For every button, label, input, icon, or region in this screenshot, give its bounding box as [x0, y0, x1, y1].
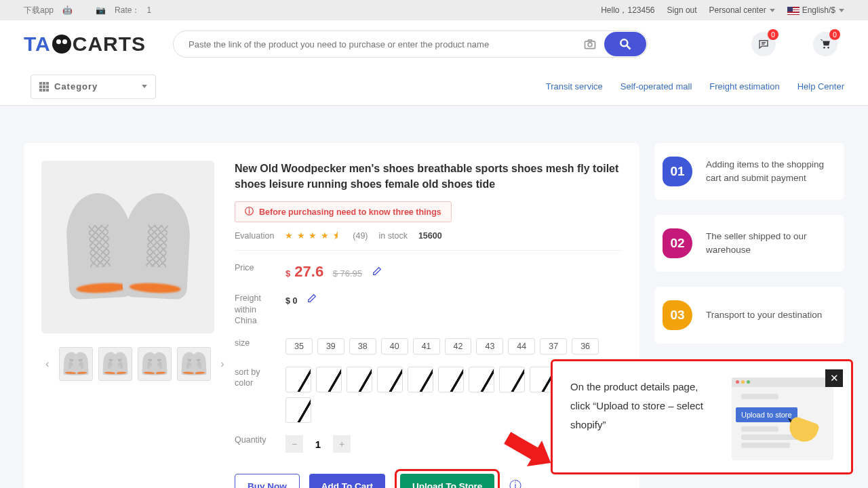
thumb[interactable] [59, 347, 93, 381]
size-chip[interactable]: 36 [572, 338, 599, 354]
upload-help-icon[interactable]: ⓘ [509, 478, 521, 488]
qty-decrement[interactable]: − [285, 435, 303, 453]
logo[interactable]: TACARTS [24, 33, 146, 56]
size-chip[interactable]: 37 [540, 338, 567, 354]
cart-badge: 0 [829, 29, 840, 40]
price-label: Price [235, 263, 279, 272]
search-input[interactable] [173, 30, 648, 58]
cart-button[interactable]: 0 [813, 32, 837, 56]
size-chip[interactable]: 44 [508, 338, 535, 354]
info-icon: ⓘ [245, 206, 254, 218]
thumb[interactable] [138, 347, 172, 381]
size-chip[interactable]: 39 [317, 338, 344, 354]
quantity-label: Quantity [235, 435, 279, 445]
step-3: 03 Transport to your destination [654, 287, 844, 344]
freight-label: Freight within China [235, 293, 279, 326]
size-chip[interactable]: 40 [381, 338, 408, 354]
freight-value: 0 [292, 296, 297, 306]
step-number: 01 [663, 157, 692, 186]
svg-point-2 [620, 39, 627, 46]
color-swatch[interactable] [347, 367, 372, 392]
color-swatch[interactable] [499, 367, 525, 392]
product-card: ‹ › New Old Woodpecker men's shoes breat… [24, 143, 639, 488]
search-button[interactable] [604, 32, 646, 56]
image-search-icon[interactable] [583, 37, 597, 51]
callout-text: On the product details page, click “Uplo… [570, 378, 717, 434]
color-label: sort by color [235, 367, 279, 389]
nav-link-transit[interactable]: Transit service [546, 81, 603, 92]
signout-link[interactable]: Sign out [667, 5, 697, 15]
price-now: 27.6 [294, 263, 323, 280]
thumb-next[interactable]: › [216, 358, 229, 370]
stars-icon: ★ ★ ★ ★ ⯨ [285, 230, 342, 241]
svg-point-1 [588, 43, 592, 47]
callout-illustration: Upload to store [732, 378, 833, 460]
size-chip[interactable]: 38 [349, 338, 376, 354]
user-name: 123456 [627, 5, 654, 15]
category-dropdown[interactable]: Category [31, 75, 156, 99]
header: TACARTS 0 0 [0, 20, 868, 68]
step-number: 03 [663, 300, 692, 330]
qty-input[interactable] [303, 435, 333, 453]
callout-upload-button: Upload to store [736, 407, 797, 422]
edit-freight-icon[interactable] [307, 293, 317, 304]
step-text: The seller shipped to our warehouse [706, 230, 829, 256]
thumb[interactable] [98, 347, 132, 381]
hello-label: Hello， [601, 5, 627, 15]
main-image[interactable] [41, 161, 214, 333]
search-bar [173, 30, 648, 58]
buy-now-button[interactable]: Buy Now [235, 474, 300, 488]
download-app-link[interactable]: 下载app [24, 5, 54, 15]
evaluation-label: Evaluation [235, 231, 274, 241]
thumb-prev[interactable]: ‹ [41, 358, 54, 370]
step-2: 02 The seller shipped to our warehouse [654, 215, 844, 272]
messages-badge: 0 [768, 29, 778, 40]
edit-price-icon[interactable] [372, 266, 382, 277]
messages-button[interactable]: 0 [751, 32, 776, 56]
purchase-notice[interactable]: ⓘ Before purchasing need to know three t… [235, 201, 452, 222]
nav-link-mall[interactable]: Self-operated mall [620, 81, 692, 92]
nav-link-help[interactable]: Help Center [797, 81, 844, 92]
svg-line-3 [627, 46, 631, 49]
color-swatch[interactable] [285, 397, 311, 423]
message-icon [757, 38, 770, 50]
color-swatch[interactable] [285, 367, 311, 392]
cart-icon [819, 38, 831, 50]
size-chip[interactable]: 41 [413, 338, 440, 354]
color-swatch[interactable] [469, 367, 494, 392]
size-chip[interactable]: 43 [476, 338, 503, 354]
close-callout-button[interactable]: ✕ [825, 369, 843, 387]
upload-to-store-button[interactable]: Upload To Store [400, 474, 494, 488]
mascot-icon [52, 35, 71, 54]
step-1: 01 Adding items to the shopping cart and… [654, 143, 844, 200]
size-chip[interactable]: 35 [285, 338, 313, 354]
add-to-cart-button[interactable]: Add To Cart [309, 474, 385, 488]
nav-links: Transit service Self-operated mall Freig… [546, 81, 844, 92]
lang-currency-picker[interactable]: English/$ [787, 5, 844, 15]
size-chip[interactable]: 42 [445, 338, 472, 354]
grid-icon [39, 82, 49, 92]
nav-link-freight[interactable]: Freight estimation [709, 81, 779, 92]
svg-point-6 [823, 47, 825, 48]
step-number: 02 [663, 228, 692, 258]
color-swatch[interactable] [316, 367, 342, 392]
chevron-down-icon [839, 9, 844, 12]
android-icon[interactable]: 🤖 [62, 5, 73, 15]
thumb[interactable] [177, 347, 211, 381]
rate-label: Rate： [115, 5, 140, 15]
top-utility-bar: 下载app 🤖 📷 Rate：1 Hello，123456 Sign out P… [0, 0, 868, 20]
color-swatch[interactable] [438, 367, 464, 392]
color-swatch[interactable] [377, 367, 403, 392]
product-title: New Old Woodpecker men's shoes breathabl… [235, 161, 622, 192]
review-count: (49) [353, 231, 368, 241]
gallery: ‹ › [41, 161, 214, 488]
stock-value: 15600 [418, 231, 442, 241]
qty-increment[interactable]: + [333, 435, 351, 453]
upload-highlight: Upload To Store [395, 469, 500, 488]
svg-point-7 [827, 47, 829, 48]
rate-value: 1 [146, 5, 151, 15]
personal-center-link[interactable]: Personal center [709, 5, 775, 15]
step-text: Adding items to the shopping cart and su… [706, 158, 829, 184]
color-swatch[interactable] [408, 367, 433, 392]
nav-row: Category Transit service Self-operated m… [0, 68, 868, 106]
